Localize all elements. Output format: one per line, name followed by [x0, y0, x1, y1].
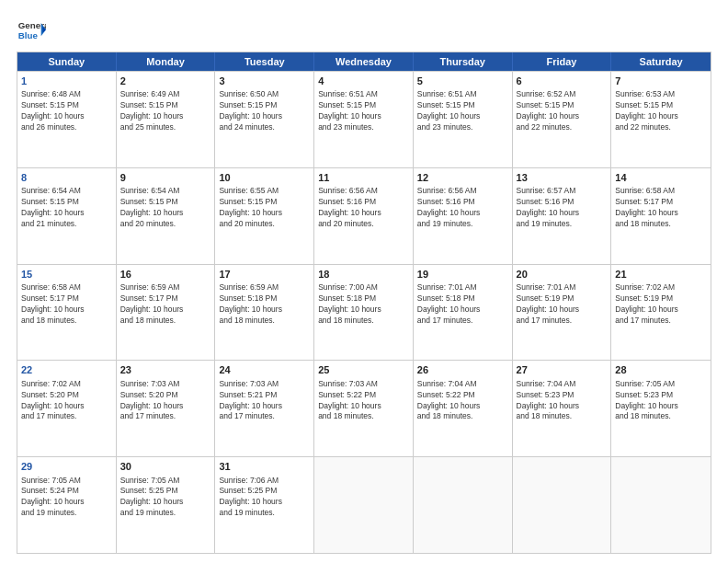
header-day-thursday: Thursday — [414, 52, 513, 71]
day-cell-4: 4Sunrise: 6:51 AMSunset: 5:15 PMDaylight… — [314, 72, 414, 167]
day-info-line: Sunset: 5:16 PM — [318, 197, 409, 208]
header-day-saturday: Saturday — [611, 52, 711, 71]
calendar-row-0: 1Sunrise: 6:48 AMSunset: 5:15 PMDaylight… — [17, 71, 711, 167]
day-cell-18: 18Sunrise: 7:00 AMSunset: 5:18 PMDayligh… — [314, 265, 414, 361]
day-number: 30 — [120, 460, 211, 474]
header: General Blue — [17, 17, 711, 46]
day-info-line: Sunset: 5:15 PM — [120, 100, 211, 111]
day-info-line: and 18 minutes. — [219, 316, 310, 327]
day-info-line: Daylight: 10 hours — [219, 401, 310, 412]
day-info-line: and 23 minutes. — [318, 122, 409, 133]
day-info-line: Sunset: 5:23 PM — [517, 390, 608, 401]
day-info-line: and 18 minutes. — [318, 316, 409, 327]
day-number: 31 — [219, 460, 310, 474]
day-cell-24: 24Sunrise: 7:03 AMSunset: 5:21 PMDayligh… — [215, 361, 314, 456]
day-number: 16 — [120, 268, 211, 282]
day-cell-3: 3Sunrise: 6:50 AMSunset: 5:15 PMDaylight… — [215, 72, 314, 167]
day-info-line: Daylight: 10 hours — [615, 304, 707, 316]
day-info-line: Daylight: 10 hours — [517, 304, 608, 316]
day-info-line: and 22 minutes. — [615, 122, 707, 133]
day-cell-9: 9Sunrise: 6:54 AMSunset: 5:15 PMDaylight… — [117, 168, 216, 264]
day-number: 27 — [517, 363, 608, 377]
day-info-line: Daylight: 10 hours — [219, 497, 310, 508]
calendar-row-1: 8Sunrise: 6:54 AMSunset: 5:15 PMDaylight… — [17, 167, 711, 264]
day-info-line: Sunset: 5:15 PM — [318, 100, 409, 111]
day-info-line: and 19 minutes. — [219, 508, 310, 519]
day-info-line: Sunrise: 6:51 AM — [417, 89, 508, 100]
day-info-line: Daylight: 10 hours — [417, 304, 508, 316]
day-info-line: Sunset: 5:18 PM — [417, 293, 508, 304]
day-number: 7 — [615, 75, 707, 88]
day-info-line: Daylight: 10 hours — [120, 208, 211, 219]
day-info-line: and 20 minutes. — [219, 219, 310, 230]
day-info-line: Sunset: 5:18 PM — [219, 293, 310, 304]
day-info-line: Sunrise: 6:48 AM — [21, 89, 112, 100]
day-info-line: Sunrise: 7:03 AM — [219, 379, 310, 390]
day-info-line: Daylight: 10 hours — [219, 208, 310, 219]
day-info-line: Sunrise: 7:01 AM — [517, 282, 608, 293]
calendar: SundayMondayTuesdayWednesdayThursdayFrid… — [17, 52, 711, 554]
day-info-line: Daylight: 10 hours — [517, 208, 608, 219]
day-info-line: Daylight: 10 hours — [120, 111, 211, 122]
day-info-line: Sunrise: 6:58 AM — [615, 186, 707, 197]
day-info-line: Sunrise: 6:59 AM — [219, 282, 310, 293]
day-info-line: Sunrise: 6:50 AM — [219, 89, 310, 100]
day-info-line: Sunset: 5:21 PM — [219, 390, 310, 401]
day-number: 12 — [417, 171, 508, 185]
day-info-line: Sunrise: 6:51 AM — [318, 89, 409, 100]
day-info-line: and 19 minutes. — [517, 219, 608, 230]
day-info-line: Daylight: 10 hours — [21, 401, 112, 412]
day-info-line: Sunrise: 7:00 AM — [318, 282, 409, 293]
day-number: 29 — [21, 460, 112, 474]
day-info-line: Sunrise: 7:02 AM — [21, 379, 112, 390]
day-info-line: Daylight: 10 hours — [21, 208, 112, 219]
day-info-line: Sunset: 5:20 PM — [120, 390, 211, 401]
day-info-line: Sunset: 5:23 PM — [615, 390, 707, 401]
day-info-line: Sunrise: 6:49 AM — [120, 89, 211, 100]
day-cell-7: 7Sunrise: 6:53 AMSunset: 5:15 PMDaylight… — [611, 72, 711, 167]
day-info-line: Sunset: 5:17 PM — [120, 293, 211, 304]
day-number: 15 — [21, 268, 112, 282]
day-info-line: Daylight: 10 hours — [120, 401, 211, 412]
day-info-line: Sunset: 5:15 PM — [615, 100, 707, 111]
day-info-line: Sunset: 5:15 PM — [120, 197, 211, 208]
day-cell-13: 13Sunrise: 6:57 AMSunset: 5:16 PMDayligh… — [513, 168, 612, 264]
day-info-line: Sunrise: 7:03 AM — [318, 379, 409, 390]
day-info-line: and 20 minutes. — [120, 219, 211, 230]
day-cell-16: 16Sunrise: 6:59 AMSunset: 5:17 PMDayligh… — [117, 265, 216, 361]
day-info-line: Sunset: 5:17 PM — [615, 197, 707, 208]
day-cell-22: 22Sunrise: 7:02 AMSunset: 5:20 PMDayligh… — [17, 361, 117, 456]
day-info-line: and 17 minutes. — [21, 411, 112, 422]
day-number: 19 — [417, 268, 508, 282]
day-info-line: Daylight: 10 hours — [120, 304, 211, 316]
svg-text:Blue: Blue — [18, 30, 39, 40]
day-info-line: Daylight: 10 hours — [417, 401, 508, 412]
day-info-line: Daylight: 10 hours — [219, 304, 310, 316]
day-info-line: Sunrise: 6:56 AM — [417, 186, 508, 197]
day-info-line: Daylight: 10 hours — [417, 208, 508, 219]
day-info-line: Daylight: 10 hours — [318, 208, 409, 219]
day-info-line: Sunrise: 6:59 AM — [120, 282, 211, 293]
day-number: 10 — [219, 171, 310, 185]
day-info-line: Sunrise: 6:52 AM — [517, 89, 608, 100]
day-info-line: Sunset: 5:25 PM — [219, 486, 310, 497]
day-info-line: and 20 minutes. — [318, 219, 409, 230]
day-info-line: Sunrise: 6:58 AM — [21, 282, 112, 293]
day-cell-30: 30Sunrise: 7:05 AMSunset: 5:25 PMDayligh… — [117, 457, 216, 553]
day-number: 21 — [615, 268, 707, 282]
header-day-wednesday: Wednesday — [314, 52, 414, 71]
day-number: 28 — [615, 363, 707, 377]
day-cell-23: 23Sunrise: 7:03 AMSunset: 5:20 PMDayligh… — [117, 361, 216, 456]
day-info-line: and 19 minutes. — [417, 219, 508, 230]
day-info-line: Sunset: 5:24 PM — [21, 486, 112, 497]
day-cell-27: 27Sunrise: 7:04 AMSunset: 5:23 PMDayligh… — [513, 361, 612, 456]
header-day-friday: Friday — [513, 52, 612, 71]
day-info-line: Sunrise: 6:54 AM — [120, 186, 211, 197]
day-info-line: and 18 minutes. — [318, 411, 409, 422]
day-info-line: and 22 minutes. — [517, 122, 608, 133]
empty-cell — [314, 457, 414, 553]
day-info-line: Sunset: 5:20 PM — [21, 390, 112, 401]
day-info-line: Sunrise: 7:03 AM — [120, 379, 211, 390]
calendar-body: 1Sunrise: 6:48 AMSunset: 5:15 PMDaylight… — [17, 71, 711, 553]
empty-cell — [611, 457, 711, 553]
